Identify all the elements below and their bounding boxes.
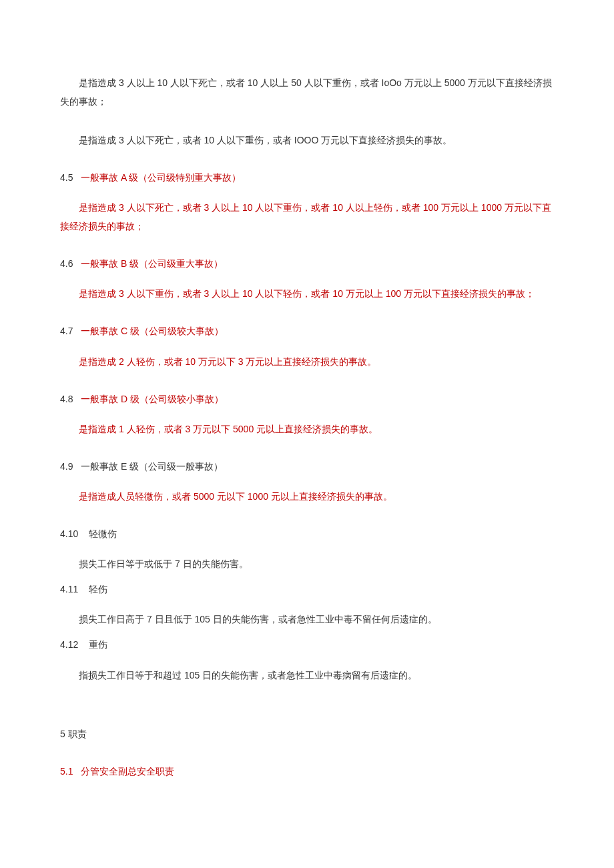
section-title: 轻微伤: [89, 528, 117, 539]
section-title: 轻伤: [89, 584, 107, 594]
heading-4-6: 4.6 一般事故 B 级（公司级重大事故）: [60, 256, 554, 272]
heading-4-11: 4.11 轻伤: [60, 581, 554, 598]
body-4-10: 损失工作日等于或低于 7 日的失能伤害。: [60, 554, 554, 573]
heading-4-7: 4.7 一般事故 C 级（公司级较大事故）: [60, 323, 554, 340]
document-page: { "p1": "是指造成 3 人以上 10 人以下死亡，或者 10 人以上 5…: [0, 0, 614, 845]
body-4-9: 是指造成人员轻微伤，或者 5000 元以下 1000 元以上直接经济损失的事故。: [60, 487, 554, 506]
section-number: 4.6: [60, 258, 73, 269]
section-title: 职责: [68, 729, 87, 739]
body-4-7: 是指造成 2 人轻伤，或者 10 万元以下 3 万元以上直接经济损失的事故。: [60, 352, 554, 371]
section-title: 一般事故 E 级（公司级一般事故）: [81, 461, 223, 472]
heading-4-8: 4.8 一般事故 D 级（公司级较小事故）: [60, 391, 554, 408]
section-title: 一般事故 C 级（公司级较大事故）: [81, 326, 224, 336]
section-title: 一般事故 A 级（公司级特别重大事故）: [81, 172, 241, 183]
section-number: 4.7: [60, 326, 73, 336]
body-4-5: 是指造成 3 人以下死亡，或者 3 人以上 10 人以下重伤，或者 10 人以上…: [60, 198, 554, 236]
section-title: 分管安全副总安全职责: [81, 766, 174, 777]
section-title: 重伤: [89, 639, 107, 650]
body-4-11: 损失工作日高于 7 日且低于 105 日的失能伤害，或者急性工业中毒不留任何后遗…: [60, 610, 554, 628]
body-4-6: 是指造成 3 人以下重伤，或者 3 人以上 10 人以下轻伤，或者 10 万元以…: [60, 284, 554, 303]
section-number: 5: [60, 729, 65, 739]
section-number: 4.12: [60, 639, 78, 650]
paragraph-intro-2: 是指造成 3 人以下死亡，或者 10 人以下重伤，或者 IOOO 万元以下直接经…: [60, 131, 554, 149]
section-number: 4.5: [60, 172, 73, 183]
section-number: 4.9: [60, 461, 73, 472]
section-number: 4.11: [60, 584, 78, 594]
section-title: 一般事故 B 级（公司级重大事故）: [81, 258, 223, 269]
paragraph-intro-1: 是指造成 3 人以上 10 人以下死亡，或者 10 人以上 50 人以下重伤，或…: [60, 73, 554, 111]
heading-4-10: 4.10 轻微伤: [60, 526, 554, 542]
heading-4-5: 4.5 一般事故 A 级（公司级特别重大事故）: [60, 169, 554, 186]
section-number: 4.10: [60, 528, 78, 539]
heading-5: 5 职责: [60, 725, 554, 743]
section-number: 5.1: [60, 766, 73, 777]
heading-4-12: 4.12 重伤: [60, 636, 554, 653]
heading-4-9: 4.9 一般事故 E 级（公司级一般事故）: [60, 458, 554, 475]
body-4-8: 是指造成 1 人轻伤，或者 3 万元以下 5000 元以上直接经济损失的事故。: [60, 420, 554, 438]
heading-5-1: 5.1 分管安全副总安全职责: [60, 763, 554, 780]
body-4-12: 指损失工作日等于和超过 105 日的失能伤害，或者急性工业中毒病留有后遗症的。: [60, 666, 554, 685]
section-title: 一般事故 D 级（公司级较小事故）: [81, 394, 224, 404]
section-number: 4.8: [60, 394, 73, 404]
